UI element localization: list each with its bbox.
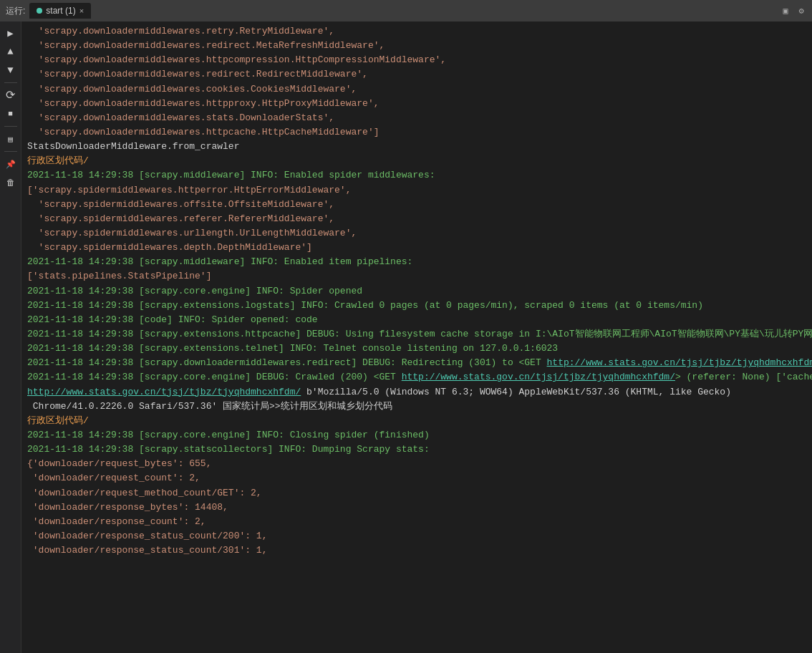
console-line: 'scrapy.downloadermiddlewares.cookies.Co… bbox=[21, 82, 812, 97]
console-line: 2021-11-18 14:29:38 [scrapy.core.engine]… bbox=[21, 428, 812, 442]
window-icon[interactable]: ▣ bbox=[780, 6, 791, 16]
console-line: 2021-11-18 14:29:38 [scrapy.core.engine]… bbox=[21, 370, 812, 384]
console-line: 行政区划代码/ bbox=[21, 154, 812, 168]
console-line: Chrome/41.0.2226.0 Safari/537.36' 国家统计局>… bbox=[21, 400, 812, 414]
trash-button[interactable]: 🗑 bbox=[2, 174, 19, 191]
console-line: {'downloader/request_bytes': 655, bbox=[21, 457, 812, 471]
console-text: > (referer: None) ['cached'] bbox=[675, 372, 812, 382]
console-line: http://www.stats.gov.cn/tjsj/tjbz/tjyqhd… bbox=[21, 385, 812, 400]
console-line: 2021-11-18 14:29:38 [scrapy.downloadermi… bbox=[21, 356, 812, 370]
stop-button[interactable]: ■ bbox=[2, 105, 19, 122]
run-tab[interactable]: start (1) × bbox=[29, 3, 91, 19]
console-output: 'scrapy.downloadermiddlewares.retry.Retr… bbox=[21, 21, 812, 653]
toolbar-separator-3 bbox=[4, 151, 17, 152]
console-link[interactable]: http://www.stats.gov.cn/tjsj/tjbz/tjyqhd… bbox=[547, 357, 812, 368]
console-line: 'scrapy.downloadermiddlewares.httpcompre… bbox=[21, 53, 812, 67]
console-line: 'downloader/response_bytes': 14408, bbox=[21, 500, 812, 515]
pin-button[interactable]: 📌 bbox=[2, 155, 19, 173]
console-line: 'downloader/response_status_count/200': … bbox=[21, 529, 812, 543]
scroll-down-button[interactable]: ▼ bbox=[2, 62, 19, 79]
console-line: 2021-11-18 14:29:38 [scrapy.middleware] … bbox=[21, 255, 812, 269]
print-button[interactable]: ▤ bbox=[2, 130, 19, 147]
tab-label: start (1) bbox=[46, 6, 75, 16]
console-line: 2021-11-18 14:29:38 [scrapy.extensions.t… bbox=[21, 342, 812, 356]
console-line: 'scrapy.downloadermiddlewares.redirect.M… bbox=[21, 39, 812, 53]
console-text: 2021-11-18 14:29:38 [scrapy.downloadermi… bbox=[27, 357, 547, 368]
titlebar-icons: ▣ ⚙ bbox=[780, 6, 806, 16]
console-line: 行政区划代码/ bbox=[21, 414, 812, 428]
console-line: 2021-11-18 14:29:38 [scrapy.statscollect… bbox=[21, 442, 812, 457]
console-line: ['stats.pipelines.StatsPipeline'] bbox=[21, 269, 812, 284]
console-text: 2021-11-18 14:29:38 [scrapy.core.engine]… bbox=[27, 372, 402, 382]
console-line: 'scrapy.downloadermiddlewares.stats.Down… bbox=[21, 111, 812, 125]
titlebar: 运行: start (1) × ▣ ⚙ bbox=[0, 0, 812, 21]
console-line: 'downloader/request_count': 2, bbox=[21, 471, 812, 485]
console-line: 'scrapy.downloadermiddlewares.retry.Retr… bbox=[21, 24, 812, 39]
console-text: b'Mozilla/5.0 (Windows NT 6.3; WOW64) Ap… bbox=[301, 387, 731, 397]
console-line: ['scrapy.spidermiddlewares.httperror.Htt… bbox=[21, 183, 812, 198]
console-line: 'downloader/response_count': 2, bbox=[21, 515, 812, 529]
console-line: 'downloader/request_method_count/GET': 2… bbox=[21, 486, 812, 500]
play-button[interactable]: ▶ bbox=[2, 24, 19, 42]
console-line: 'scrapy.spidermiddlewares.referer.Refere… bbox=[21, 212, 812, 226]
console-line: 'scrapy.spidermiddlewares.depth.DepthMid… bbox=[21, 241, 812, 255]
run-label: 运行: bbox=[6, 5, 25, 17]
console-line: 2021-11-18 14:29:38 [scrapy.extensions.l… bbox=[21, 299, 812, 313]
rerun-button[interactable]: ⟳ bbox=[2, 87, 19, 104]
toolbar-separator-2 bbox=[4, 126, 17, 127]
console-line: StatsDownloaderMiddleware.from_crawler bbox=[21, 140, 812, 154]
console-line: 'scrapy.downloadermiddlewares.httpcache.… bbox=[21, 125, 812, 140]
console-line: 'downloader/response_status_count/301': … bbox=[21, 543, 812, 558]
main-layout: ▶ ▲ ▼ ⟳ ■ ▤ 📌 🗑 'scrapy.downloadermiddle… bbox=[0, 21, 812, 653]
toolbar: ▶ ▲ ▼ ⟳ ■ ▤ 📌 🗑 bbox=[0, 21, 21, 653]
settings-icon[interactable]: ⚙ bbox=[796, 6, 806, 16]
console-line: 2021-11-18 14:29:38 [scrapy.middleware] … bbox=[21, 168, 812, 183]
console-line: 2021-11-18 14:29:38 [code] INFO: Spider … bbox=[21, 313, 812, 327]
toolbar-separator-1 bbox=[4, 82, 17, 83]
console-line: 2021-11-18 14:29:38 [scrapy.core.engine]… bbox=[21, 284, 812, 299]
console-line: 'scrapy.spidermiddlewares.offsite.Offsit… bbox=[21, 198, 812, 212]
console-link[interactable]: http://www.stats.gov.cn/tjsj/tjbz/tjyqhd… bbox=[27, 387, 301, 397]
tab-close-button[interactable]: × bbox=[79, 6, 84, 15]
console-line: 'scrapy.downloadermiddlewares.httpproxy.… bbox=[21, 97, 812, 111]
tab-dot bbox=[37, 8, 42, 14]
console-link[interactable]: http://www.stats.gov.cn/tjsj/tjbz/tjyqhd… bbox=[402, 372, 675, 382]
console-line: 2021-11-18 14:29:38 [scrapy.extensions.h… bbox=[21, 327, 812, 342]
console-line: 'scrapy.downloadermiddlewares.redirect.R… bbox=[21, 67, 812, 82]
console-line: 'scrapy.spidermiddlewares.urllength.UrlL… bbox=[21, 226, 812, 241]
scroll-up-button[interactable]: ▲ bbox=[2, 43, 19, 60]
